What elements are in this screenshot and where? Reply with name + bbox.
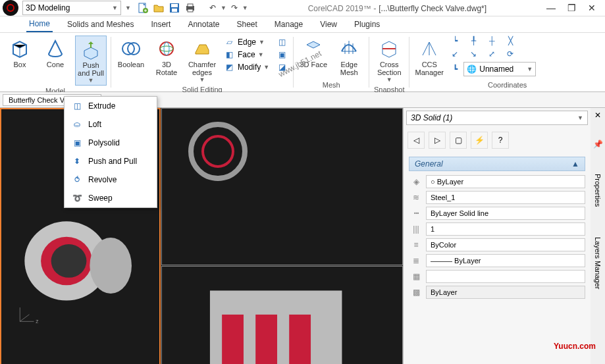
- axis-icon[interactable]: ↘: [467, 49, 479, 59]
- prop-row: ≋Steel_1: [409, 190, 585, 205]
- axis-icon[interactable]: ┕: [449, 36, 461, 46]
- restore-button[interactable]: ❐: [567, 3, 576, 13]
- properties-panel: 3D Solid (1)▼ ◁ ▷ ▢ ⚡ ? General▲ ◈○ ByLa…: [403, 108, 591, 364]
- drawing-canvas[interactable]: z: [0, 108, 403, 364]
- coords-dropdown[interactable]: 🌐Unnamed ▼: [463, 62, 536, 76]
- cone-button[interactable]: Cone: [39, 36, 71, 70]
- chamfer-button[interactable]: Chamfer edges▼: [186, 36, 218, 84]
- edge-button[interactable]: ▱Edge▼: [223, 37, 269, 47]
- lightning-icon[interactable]: ⚡: [471, 132, 488, 149]
- viewport-front[interactable]: [161, 266, 403, 364]
- face3d-icon: [303, 37, 324, 61]
- tool-2[interactable]: ▷: [429, 132, 446, 149]
- pushpull-button[interactable]: Push and Pull▼: [75, 36, 107, 86]
- menu-revolve[interactable]: ⥀Revolve: [65, 170, 157, 189]
- 3dface-button[interactable]: 3D Face: [298, 36, 329, 70]
- 3drotate-button[interactable]: 3D Rotate: [151, 36, 182, 78]
- tool-1[interactable]: ◁: [408, 132, 425, 149]
- linetype-icon: ┅: [409, 209, 423, 218]
- prop-value[interactable]: 1: [426, 222, 585, 236]
- prop-value[interactable]: ByLayer Solid line: [426, 207, 585, 220]
- menu-loft[interactable]: ⛀Loft: [65, 115, 157, 134]
- menu-polysolid[interactable]: ▣Polysolid: [65, 134, 157, 152]
- open-folder-icon[interactable]: [151, 1, 166, 15]
- redo-icon[interactable]: ↷: [227, 1, 242, 15]
- app-icon: [3, 0, 18, 16]
- new-file-icon[interactable]: [136, 1, 150, 15]
- extra-btn-3[interactable]: ◪: [276, 62, 288, 72]
- tab-manage[interactable]: Manage: [272, 17, 305, 32]
- prop-value[interactable]: ○ ByLayer: [426, 175, 585, 188]
- axis-icon[interactable]: ⤢: [486, 49, 498, 59]
- menu-extrude[interactable]: ◫Extrude: [65, 97, 157, 115]
- tab-properties[interactable]: Properties: [592, 169, 603, 212]
- transp-icon: ▦: [409, 272, 423, 281]
- axis-icon[interactable]: ┗: [449, 64, 461, 74]
- tool-3[interactable]: ▢: [450, 132, 467, 149]
- svg-text:z: z: [36, 318, 38, 325]
- prop-value[interactable]: ByColor: [426, 238, 585, 251]
- pushpull-icon: ⬍: [71, 156, 83, 167]
- extrude-icon: ◫: [71, 101, 83, 111]
- axis-icon[interactable]: ┼: [486, 36, 498, 46]
- pin-icon[interactable]: 📌: [593, 140, 603, 149]
- svg-rect-20: [256, 315, 278, 364]
- tab-layers[interactable]: Layers Manager: [592, 232, 603, 295]
- pin-icon[interactable]: ✕: [594, 111, 601, 120]
- side-tabs: ✕ 📌 Properties Layers Manager: [591, 108, 605, 364]
- tab-insert[interactable]: Insert: [148, 17, 173, 32]
- edgemesh-button[interactable]: Edge Mesh: [333, 36, 365, 78]
- help-icon[interactable]: ?: [492, 132, 509, 149]
- axis-icon[interactable]: ⟳: [504, 49, 516, 59]
- group-snapshot: Cross Section▼ Snapshot: [369, 33, 409, 91]
- svg-rect-6: [188, 4, 193, 7]
- prop-row: ▩ByLayer: [409, 284, 585, 300]
- workspace-label: 3D Modeling: [26, 3, 70, 13]
- close-button[interactable]: ✕: [588, 3, 596, 13]
- prop-value[interactable]: [426, 270, 585, 283]
- boolean-button[interactable]: Boolean: [115, 36, 147, 70]
- ribbon-tabs: Home Solids and Meshes Insert Annotate S…: [0, 16, 605, 33]
- ccsmanager-button[interactable]: CCS Manager: [413, 36, 445, 78]
- print-icon[interactable]: [183, 1, 197, 15]
- window-title: CorelCAD 2019™ - [...\Butterfly Check Va…: [248, 3, 546, 13]
- scale-icon: |||: [409, 224, 423, 234]
- extra-btn-1[interactable]: ◫: [276, 37, 288, 47]
- prop-value[interactable]: ByLayer: [426, 286, 585, 299]
- save-icon[interactable]: [167, 1, 182, 15]
- section-general[interactable]: General▲: [409, 157, 585, 171]
- group-mesh: 3D Face Edge Mesh Mesh: [294, 33, 369, 91]
- tab-annotate[interactable]: Annotate: [185, 17, 222, 32]
- menu-pushpull[interactable]: ⬍Push and Pull: [65, 152, 157, 170]
- workspace-dropdown[interactable]: 3D Modeling ▼: [22, 1, 121, 15]
- chevron-down-icon[interactable]: ▼: [125, 5, 131, 11]
- crosssection-button[interactable]: Cross Section▼: [373, 36, 405, 84]
- svg-point-10: [160, 42, 173, 55]
- tab-sheet[interactable]: Sheet: [234, 17, 259, 32]
- undo-icon[interactable]: ↶: [205, 1, 220, 15]
- prop-value[interactable]: ——— ByLayer: [426, 254, 585, 267]
- axis-icon[interactable]: ↙: [449, 49, 461, 59]
- svg-point-11: [160, 46, 173, 51]
- box-button[interactable]: Box: [4, 36, 36, 70]
- loft-icon: ⛀: [71, 119, 83, 130]
- axis-icon[interactable]: ╀: [467, 36, 479, 46]
- group-label: Mesh: [298, 80, 365, 89]
- tab-solids-meshes[interactable]: Solids and Meshes: [65, 17, 136, 32]
- extra-btn-2[interactable]: ▣: [276, 49, 288, 60]
- prop-row: ▦: [409, 269, 585, 284]
- tab-home[interactable]: Home: [26, 16, 53, 32]
- menu-sweep[interactable]: ➰Sweep: [65, 189, 157, 207]
- tab-plugins[interactable]: Plugins: [352, 17, 382, 32]
- modify-button[interactable]: ◩Modify▼: [223, 62, 269, 72]
- minimize-button[interactable]: —: [546, 3, 556, 13]
- selection-dropdown[interactable]: 3D Solid (1)▼: [406, 111, 588, 125]
- tab-view[interactable]: View: [317, 17, 340, 32]
- section-icon: [379, 37, 400, 61]
- face-button[interactable]: ◧Face▼: [223, 49, 269, 60]
- prop-row: ◈○ ByLayer: [409, 174, 585, 190]
- viewport-top[interactable]: [161, 108, 403, 265]
- prop-value[interactable]: Steel_1: [426, 191, 585, 204]
- sweep-icon: ➰: [71, 193, 83, 203]
- axis-icon[interactable]: ╳: [504, 36, 516, 46]
